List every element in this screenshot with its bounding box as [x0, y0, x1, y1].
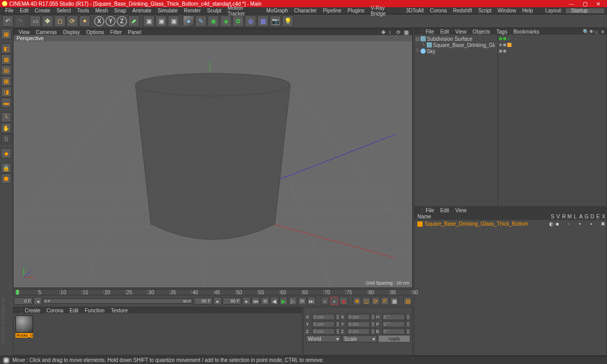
menu-item[interactable]: Select	[53, 8, 74, 13]
x-axis-lock-button[interactable]: X	[94, 16, 104, 26]
rot-input[interactable]: 0 °	[382, 314, 405, 320]
home-icon[interactable]: ⌂	[592, 29, 598, 35]
menu-item[interactable]: Create	[32, 8, 53, 13]
spinner-icon[interactable]	[406, 321, 410, 327]
size-input[interactable]: 0 cm	[347, 314, 370, 320]
mat-menu-item[interactable]: Create	[22, 308, 43, 313]
menu-item[interactable]: Window	[494, 8, 519, 13]
viewport-solo-button[interactable]: ◆	[1, 148, 11, 159]
move-tool-button[interactable]: ✥	[42, 15, 53, 27]
spin-icon[interactable]: ▸	[242, 297, 251, 305]
goto-end-button[interactable]: ⏭	[307, 297, 316, 305]
menu-item[interactable]: Simulate	[154, 8, 181, 13]
add-spline-button[interactable]: ✎	[195, 15, 207, 27]
menu-item[interactable]: Mesh	[92, 8, 111, 13]
key-scale-button[interactable]: ◻	[362, 297, 370, 305]
menu-item[interactable]: Snap	[111, 8, 129, 13]
add-environment-button[interactable]: ✿	[232, 15, 244, 27]
axis-mode-button[interactable]: ◨	[1, 87, 11, 97]
menu-item[interactable]: Animate	[129, 8, 154, 13]
obj-menu-item[interactable]: File	[423, 29, 437, 35]
coord-sys-button[interactable]: ⬈	[128, 15, 139, 27]
render-dot-icon[interactable]	[503, 37, 506, 40]
material-item[interactable]: Rocks_G	[15, 315, 33, 338]
polygon-mode-button[interactable]: S	[1, 134, 11, 144]
pos-input[interactable]: 0 cm	[312, 328, 335, 335]
tree-item-glass[interactable]: └ Square_Base_Drinking_Glass_Thick_Botto…	[415, 42, 496, 48]
viewport[interactable]: Grid Spacing : 10 cm	[13, 41, 412, 288]
col-s[interactable]: S	[550, 214, 555, 219]
keyframe-sel-button[interactable]: ◉	[339, 297, 348, 305]
render-dot-icon[interactable]	[503, 43, 506, 46]
render-region-button[interactable]: ▣	[155, 15, 167, 27]
coord-mode-select[interactable]: World▾	[306, 335, 341, 342]
menu-item[interactable]: File	[2, 8, 17, 13]
mat-menu-item[interactable]: Texture	[107, 308, 131, 313]
obj-menu-item[interactable]: Tags	[493, 29, 510, 35]
coord-size-mode-select[interactable]: Scale▾	[342, 335, 377, 342]
vp-zoom-icon[interactable]: ↕	[385, 29, 392, 35]
object-mode-button[interactable]: ▦	[1, 76, 11, 86]
apply-button[interactable]: Apply	[378, 335, 410, 342]
add-deformer-button[interactable]: ◈	[220, 15, 231, 27]
workplane-button[interactable]: ▤	[1, 65, 11, 75]
vp-move-icon[interactable]: ✥	[378, 29, 384, 35]
prev-key-button[interactable]: ⟲	[261, 297, 269, 305]
play-button[interactable]: ▶	[279, 297, 288, 305]
take-item[interactable]: Square_Base_Drinking_Glass_Thick_Bottom …	[415, 221, 605, 227]
autokey-button[interactable]: ●	[330, 297, 338, 305]
tag-icon[interactable]: •	[577, 221, 583, 227]
vp-menu-item[interactable]: Filter	[107, 29, 124, 35]
step-back-button[interactable]: ◀	[270, 297, 278, 305]
key-pos-button[interactable]: ✥	[353, 297, 361, 305]
timeline-settings-button[interactable]: ▤	[403, 297, 412, 305]
menu-item[interactable]: Plugins	[345, 8, 368, 13]
visibility-dot-icon[interactable]	[499, 50, 502, 53]
col-l[interactable]: L	[572, 214, 578, 219]
tree-item-subdivision[interactable]: ⊟ Subdivision Surface	[415, 36, 496, 42]
step-fwd-button[interactable]: ▷	[289, 297, 297, 305]
spinner-icon[interactable]	[371, 328, 375, 335]
menu-item[interactable]: Corona	[427, 8, 450, 13]
spinner-icon[interactable]	[406, 328, 410, 335]
record-button[interactable]: ●	[321, 297, 329, 305]
range-slider[interactable]: 0 F 90 F	[43, 298, 193, 304]
y-axis-lock-button[interactable]: Y	[105, 16, 116, 26]
edge-mode-button[interactable]: ✋	[1, 123, 11, 133]
key-pla-button[interactable]: ▦	[390, 297, 398, 305]
obj-menu-item[interactable]: Objects	[470, 29, 493, 35]
menu-item[interactable]: Edit	[17, 8, 32, 13]
visibility-dot-icon[interactable]	[499, 43, 502, 46]
expand-icon[interactable]: ⊟	[415, 36, 419, 42]
select-tool-button[interactable]: ▭	[29, 15, 41, 27]
render-view-button[interactable]: ▣	[143, 15, 154, 27]
render-settings-button[interactable]: ▣	[168, 15, 179, 27]
make-editable-button[interactable]: ▦	[1, 29, 11, 39]
undo-button[interactable]: ↶	[2, 15, 13, 27]
vp-toggle-icon[interactable]: ▦	[401, 29, 407, 35]
obj-menu-item[interactable]: Edit	[437, 29, 452, 35]
frame-in-field[interactable]: 90 F	[194, 297, 212, 305]
obj-menu-item[interactable]: View	[452, 29, 470, 35]
add-camera-button[interactable]: ◍	[245, 15, 256, 27]
pos-input[interactable]: 0 cm	[312, 321, 335, 327]
menu-item[interactable]: Character	[291, 8, 320, 13]
render-dot-icon[interactable]	[503, 50, 506, 53]
col-a[interactable]: A	[578, 214, 584, 219]
visibility-dot-icon[interactable]	[499, 37, 502, 40]
spinner-icon[interactable]	[336, 314, 340, 320]
close-button[interactable]: ✕	[592, 0, 605, 7]
spinner-icon[interactable]	[371, 321, 375, 327]
add-bulb-button[interactable]: 💡	[282, 15, 293, 27]
scale-tool-button[interactable]: ◻	[54, 15, 66, 27]
menu-item[interactable]: Help	[519, 8, 536, 13]
size-input[interactable]: 0 cm	[347, 321, 370, 327]
tag-icon[interactable]: ■	[554, 221, 560, 227]
mat-menu-item[interactable]: Corona	[43, 308, 67, 313]
snap-enable-button[interactable]: 🔒	[1, 163, 11, 173]
rotate-tool-button[interactable]: ⟳	[67, 15, 78, 27]
point-mode-button[interactable]: └	[1, 112, 11, 122]
filter-icon[interactable]: ≡	[598, 29, 604, 35]
spinner-icon[interactable]	[371, 314, 375, 320]
menu-item[interactable]: Sculpt	[204, 8, 225, 13]
